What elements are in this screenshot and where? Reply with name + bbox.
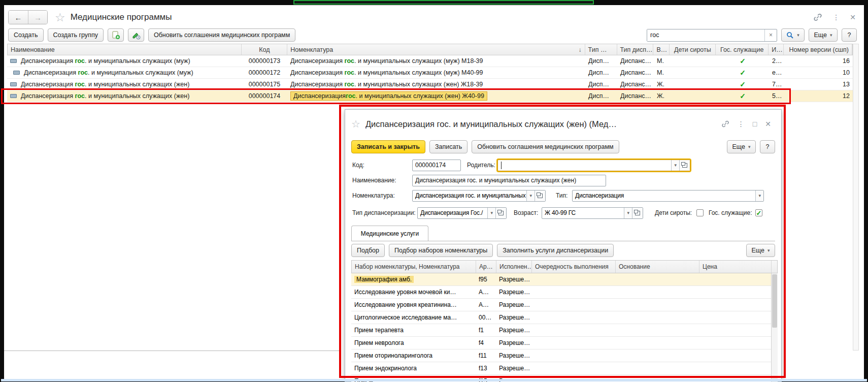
- edit-item-button[interactable]: [128, 28, 144, 42]
- cell-version[interactable]: 16: [784, 55, 853, 67]
- cell-version[interactable]: 12: [784, 90, 853, 102]
- taskbar-strip: [1, 379, 867, 381]
- table-row[interactable]: Диспансеризация гос. и муниципальных слу…: [7, 55, 853, 67]
- cell-age[interactable]: М.: [654, 67, 670, 78]
- row-nom-text: Диспансеризация гос. и муниципальных слу…: [290, 57, 483, 65]
- search-clear-icon[interactable]: ×: [764, 29, 777, 41]
- chevron-down-icon: ▾: [797, 33, 799, 38]
- cell-gov-check-icon[interactable]: ✓: [716, 67, 769, 78]
- table-header-row: Наименование Код Номенклатура ↓ Тип … Ти…: [7, 44, 853, 55]
- pencil-clock-icon: [131, 30, 141, 40]
- cell-version[interactable]: 13: [784, 79, 853, 90]
- cell-code[interactable]: 000000173: [242, 55, 287, 67]
- close-window-icon[interactable]: ✕: [850, 13, 856, 21]
- back-arrow-icon: ←: [15, 13, 22, 22]
- cell-gov-check-icon[interactable]: ✓: [716, 55, 769, 67]
- update-agreements-button[interactable]: Обновить соглашения медицинских программ: [148, 28, 295, 42]
- create-group-button[interactable]: Создать группу: [48, 28, 104, 42]
- magnifier-icon: [786, 31, 794, 39]
- cell-nomenclature[interactable]: Диспансеризация гос. и муниципальных слу…: [287, 67, 585, 78]
- page-title: Медицинские программы: [71, 12, 172, 22]
- row-nom-text: Диспансеризация гос. и муниципальных слу…: [290, 69, 483, 76]
- cell-name[interactable]: Диспансеризация гос. и муниципальных слу…: [7, 67, 242, 78]
- catalog-item-icon: [13, 71, 20, 75]
- column-header-disp-type[interactable]: Тип дисп…: [617, 44, 654, 55]
- cell-type[interactable]: Дисп…: [585, 55, 617, 67]
- cell-type[interactable]: Дисп…: [585, 67, 617, 78]
- cell-i[interactable]: 2…: [769, 55, 784, 67]
- row-nom-text: Диспансеризация гос. и муниципальных слу…: [290, 81, 483, 88]
- link-icon[interactable]: [813, 13, 822, 22]
- row-name-text: Диспансеризация гос. и муниципальных слу…: [21, 81, 189, 88]
- cell-orphans[interactable]: [670, 67, 716, 78]
- list-vertical-scrollbar[interactable]: [853, 44, 859, 351]
- forward-button[interactable]: →: [28, 11, 47, 24]
- row-name-text: Диспансеризация гос. и муниципальных слу…: [21, 57, 190, 65]
- nav-button-group: ← →: [8, 10, 48, 24]
- column-header-version[interactable]: Номер версии (сшп): [784, 44, 852, 55]
- column-header-gov[interactable]: Гос. служащие: [716, 44, 769, 55]
- catalog-item-icon: [10, 82, 17, 86]
- column-header-orphans[interactable]: Дети сироты: [670, 44, 716, 55]
- column-header-label: Номенклатура: [290, 46, 333, 53]
- cell-disp-type[interactable]: Диспанс…: [617, 55, 654, 67]
- window-header-icons: ⋮ ✕: [813, 13, 856, 22]
- cell-code[interactable]: 000000172: [242, 67, 287, 78]
- column-header-code[interactable]: Код: [242, 44, 287, 55]
- create-button[interactable]: Создать: [8, 28, 44, 42]
- red-annotation-dialog-box: [339, 105, 786, 378]
- more-button-label: Еще: [814, 31, 827, 39]
- sort-descending-icon: ↓: [579, 46, 582, 53]
- chevron-down-icon: ▾: [830, 33, 832, 38]
- cell-disp-type[interactable]: Диспанс…: [617, 67, 654, 78]
- forward-arrow-icon: →: [34, 13, 42, 22]
- cell-i[interactable]: е…: [769, 67, 784, 78]
- column-header-name[interactable]: Наименование: [8, 44, 242, 55]
- search-box: ×: [647, 29, 777, 42]
- row-name-text: Диспансеризация гос. и муниципальных слу…: [24, 69, 193, 76]
- search-button[interactable]: ▾: [781, 28, 805, 42]
- more-menu-icon[interactable]: ⋮: [832, 13, 840, 21]
- search-input[interactable]: [647, 29, 764, 41]
- main-toolbar: Создать Создать группу Обновить соглашен…: [8, 27, 857, 43]
- window-bottom-border: [4, 351, 339, 351]
- column-header-nomenclature[interactable]: Номенклатура ↓: [287, 44, 585, 55]
- document-plus-icon: [111, 30, 120, 40]
- red-annotation-row-box: [1, 88, 791, 104]
- screenshot-frame: ← → ☆ Медицинские программы ⋮ ✕ Создать …: [0, 0, 868, 382]
- cell-version[interactable]: 10: [784, 67, 853, 78]
- cell-name[interactable]: Диспансеризация гос. и муниципальных слу…: [7, 55, 242, 67]
- cell-orphans[interactable]: [670, 55, 716, 67]
- column-header-age[interactable]: В…: [653, 44, 670, 55]
- back-button[interactable]: ←: [9, 11, 28, 24]
- column-header-i[interactable]: И…: [769, 44, 784, 55]
- cell-nomenclature[interactable]: Диспансеризация гос. и муниципальных слу…: [287, 55, 585, 67]
- cell-age[interactable]: М.: [654, 55, 670, 67]
- column-header-type[interactable]: Тип …: [585, 44, 617, 55]
- more-button[interactable]: Еще ▾: [809, 28, 838, 42]
- favorite-star-icon[interactable]: ☆: [55, 11, 65, 24]
- copy-item-button[interactable]: [108, 28, 124, 42]
- help-button[interactable]: ?: [842, 28, 857, 42]
- browser-tab-strip: [293, 0, 594, 5]
- catalog-item-icon: [10, 59, 17, 63]
- window-header: ← → ☆ Медицинские программы ⋮ ✕: [8, 7, 856, 27]
- table-row[interactable]: Диспансеризация гос. и муниципальных слу…: [7, 67, 853, 79]
